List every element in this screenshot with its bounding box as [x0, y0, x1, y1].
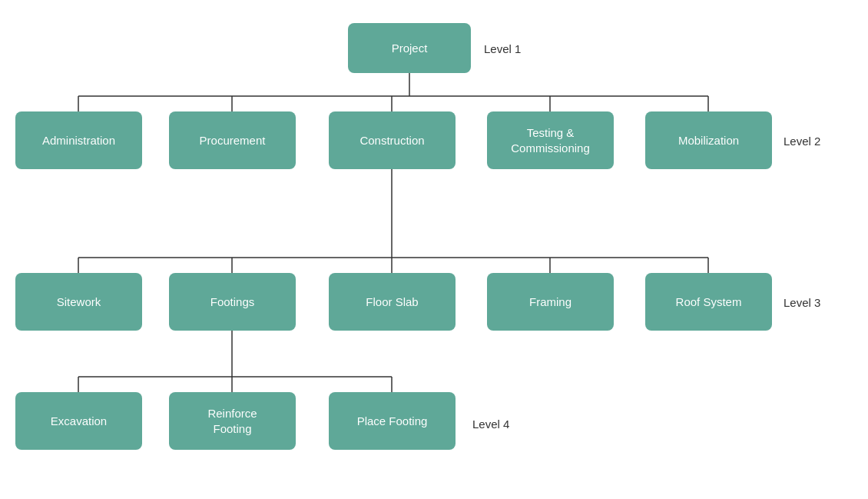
- node-placefooting[interactable]: Place Footing: [329, 392, 456, 450]
- node-sitework[interactable]: Sitework: [15, 273, 142, 331]
- node-construction[interactable]: Construction: [329, 111, 456, 169]
- node-excavation[interactable]: Excavation: [15, 392, 142, 450]
- node-reinforcefooting[interactable]: Reinforce Footing: [169, 392, 296, 450]
- node-footings[interactable]: Footings: [169, 273, 296, 331]
- node-administration[interactable]: Administration: [15, 111, 142, 169]
- diagram: Project Administration Procurement Const…: [0, 0, 868, 499]
- level3-label: Level 3: [784, 296, 820, 309]
- node-roofsystem[interactable]: Roof System: [645, 273, 772, 331]
- level2-label: Level 2: [784, 135, 820, 148]
- node-framing[interactable]: Framing: [487, 273, 614, 331]
- node-procurement[interactable]: Procurement: [169, 111, 296, 169]
- node-mobilization[interactable]: Mobilization: [645, 111, 772, 169]
- node-floorslab[interactable]: Floor Slab: [329, 273, 456, 331]
- node-testing[interactable]: Testing & Commissioning: [487, 111, 614, 169]
- level4-label: Level 4: [472, 417, 509, 431]
- level1-label: Level 1: [484, 42, 521, 55]
- node-project[interactable]: Project: [348, 23, 471, 73]
